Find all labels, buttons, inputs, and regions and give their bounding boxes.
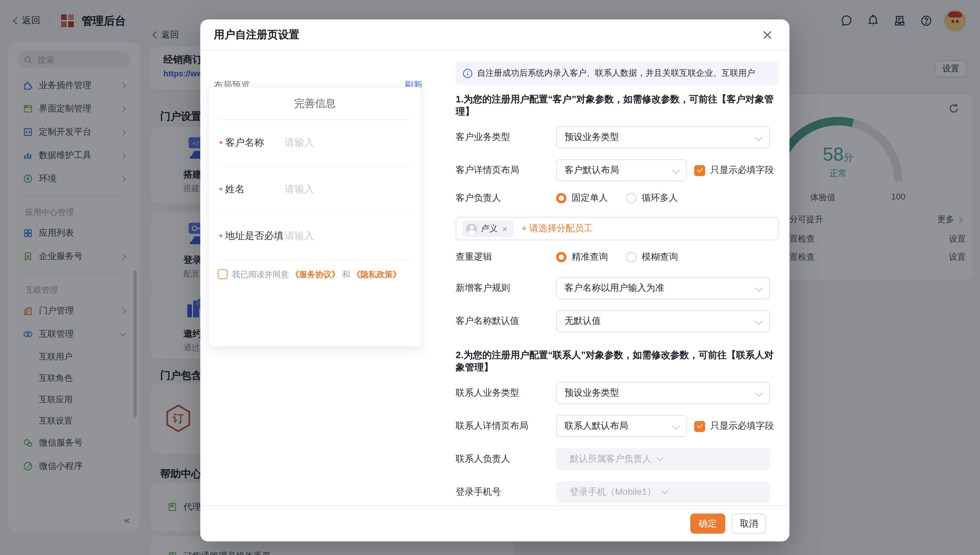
preview-card-title: 完善信息 (209, 97, 421, 111)
field-label: 查重逻辑 (455, 251, 556, 263)
radio-fuzzy-query[interactable]: 模糊查询 (626, 251, 678, 263)
close-icon[interactable] (762, 29, 772, 40)
field-label: 登录手机号 (455, 486, 556, 498)
field-label: 联系人负责人 (455, 453, 556, 465)
person-avatar-icon (466, 223, 477, 234)
customer-name-default-select[interactable]: 无默认值 (556, 310, 770, 332)
field-customer-type: 客户业务类型 预设业务类型 (455, 126, 779, 148)
field-label: 联系人详情页布局 (455, 420, 556, 432)
preview-field-placeholder[interactable]: 请输入 (285, 230, 314, 242)
tag-remove-icon[interactable]: × (502, 225, 507, 233)
field-customer-owner: 客户负责人 固定单人 循环多人 (455, 192, 779, 204)
field-label: 联系人业务类型 (455, 387, 556, 399)
field-label: 客户负责人 (455, 192, 556, 204)
required-asterisk: * (219, 185, 223, 196)
modal-title: 用户自注册页设置 (214, 27, 299, 42)
checkbox-label: 只显示必填字段 (710, 420, 774, 432)
select-value: 默认所属客户负责人 (570, 453, 652, 465)
chevron-down-icon (657, 454, 663, 461)
preview-field-customer-name: * 客户名称 请输入 (219, 120, 411, 167)
radio-label: 模糊查询 (642, 251, 678, 263)
required-asterisk: * (219, 139, 223, 149)
select-value: 预设业务类型 (565, 132, 619, 143)
field-label: 新增客户规则 (455, 282, 556, 294)
agreement-prefix: 我已阅读并同意 (232, 270, 289, 279)
info-banner-text: 自注册成功后系统内录入客户、联系人数据，并且关联互联企业、互联用户 (477, 67, 755, 79)
select-value: 客户名称以用户输入为准 (565, 282, 665, 294)
preview-field-label: 姓名 (225, 183, 285, 196)
checkbox-label: 只显示必填字段 (710, 165, 774, 176)
field-label: 客户业务类型 (455, 132, 556, 143)
select-value: 无默认值 (565, 315, 601, 327)
field-label: 客户名称默认值 (455, 315, 556, 327)
info-icon (463, 68, 473, 78)
required-only-checkbox[interactable] (694, 420, 705, 431)
agreement-row: 我已阅读并同意 《服务协议》 和 《隐私政策》 (218, 269, 412, 281)
radio-fixed-single[interactable]: 固定单人 (556, 192, 608, 204)
field-new-customer-rule: 新增客户规则 客户名称以用户输入为准 (455, 277, 779, 299)
section-2-heading: 2.为您的注册用户配置“联系人”对象参数，如需修改参数，可前往【联系人对象管理】 (455, 349, 779, 374)
cancel-button[interactable]: 取消 (732, 513, 766, 534)
assign-employee-input[interactable]: 卢义 × + 请选择分配员工 (455, 217, 779, 240)
preview-field-label: 地址是否必填 (225, 230, 285, 242)
field-dedupe-logic: 查重逻辑 精准查询 模糊查询 (455, 251, 779, 263)
admin-console: 返回 管理后台 业务插件管理 界面定制管理 (0, 0, 980, 555)
chevron-down-icon (661, 487, 668, 494)
required-asterisk: * (219, 232, 223, 242)
radio-rotate-multi[interactable]: 循环多人 (626, 192, 678, 204)
agreement-and: 和 (342, 270, 350, 279)
privacy-link[interactable]: 《隐私政策》 (352, 270, 401, 279)
field-login-mobile: 登录手机号 登录手机（Mobile1） (455, 481, 779, 503)
contact-layout-select[interactable]: 联系人默认布局 (556, 415, 687, 437)
agreement-checkbox[interactable] (218, 269, 227, 279)
preview-field-address-required: * 地址是否必填 请输入 (219, 213, 411, 260)
add-employee-link[interactable]: + 请选择分配员工 (521, 223, 593, 234)
radio-label: 精准查询 (572, 251, 608, 263)
select-value: 预设业务类型 (565, 387, 619, 399)
modal-header: 用户自注册页设置 (200, 19, 789, 51)
field-customer-name-default: 客户名称默认值 无默认值 (455, 310, 779, 332)
employee-tag: 卢义 × (463, 220, 513, 237)
contact-owner-select-disabled: 默认所属客户负责人 (556, 448, 770, 470)
contact-type-select[interactable]: 预设业务类型 (556, 382, 770, 404)
preview-field-label: 客户名称 (225, 136, 285, 149)
preview-field-name: * 姓名 请输入 (219, 167, 411, 213)
required-only-checkbox[interactable] (694, 165, 705, 176)
field-label: 客户详情页布局 (455, 165, 556, 176)
radio-selected-icon (556, 252, 566, 262)
info-banner: 自注册成功后系统内录入客户、联系人数据，并且关联互联企业、互联用户 (455, 61, 779, 85)
select-value: 联系人默认布局 (565, 420, 628, 432)
confirm-button[interactable]: 确定 (690, 513, 725, 534)
radio-unselected-icon (626, 252, 636, 262)
field-contact-layout: 联系人详情页布局 联系人默认布局 只显示必填字段 (455, 415, 779, 437)
select-value: 登录手机（Mobile1） (570, 486, 656, 498)
radio-label: 固定单人 (572, 192, 608, 204)
new-customer-rule-select[interactable]: 客户名称以用户输入为准 (556, 277, 770, 299)
layout-preview-card: 完善信息 * 客户名称 请输入 * 姓名 请输入 * 地址是否必填 请输入 我已… (208, 87, 422, 347)
radio-unselected-icon (626, 193, 636, 203)
field-contact-owner: 联系人负责人 默认所属客户负责人 (455, 448, 779, 470)
field-customer-layout: 客户详情页布局 客户默认布局 只显示必填字段 (455, 159, 779, 181)
radio-label: 循环多人 (642, 192, 678, 204)
customer-layout-select[interactable]: 客户默认布局 (556, 159, 687, 181)
modal-footer: 确定 取消 (200, 505, 789, 541)
self-register-settings-modal: 用户自注册页设置 布局预览 刷新 完善信息 * 客户名称 请输入 * 姓名 请输… (200, 19, 789, 541)
employee-tag-name: 卢义 (481, 223, 498, 234)
preview-field-placeholder[interactable]: 请输入 (285, 136, 314, 149)
radio-selected-icon (556, 193, 566, 203)
field-contact-type: 联系人业务类型 预设业务类型 (455, 382, 779, 404)
radio-exact-query[interactable]: 精准查询 (556, 251, 608, 263)
section-1-heading: 1.为您的注册用户配置“客户”对象参数，如需修改参数，可前往【客户对象管理】 (455, 93, 779, 118)
terms-link[interactable]: 《服务协议》 (291, 270, 340, 279)
select-value: 客户默认布局 (565, 165, 619, 176)
customer-type-select[interactable]: 预设业务类型 (556, 126, 770, 148)
settings-column: 自注册成功后系统内录入客户、联系人数据，并且关联互联企业、互联用户 1.为您的注… (455, 61, 779, 514)
preview-field-placeholder[interactable]: 请输入 (285, 183, 314, 196)
login-mobile-select-disabled: 登录手机（Mobile1） (556, 481, 770, 503)
